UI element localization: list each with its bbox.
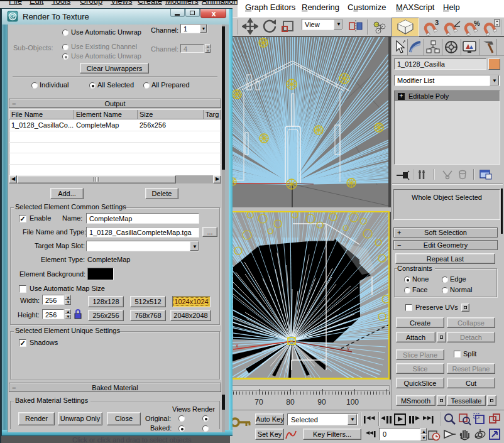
svg-text:3: 3 (435, 19, 439, 26)
svg-text:%: % (474, 19, 480, 27)
svg-text:x: x (236, 342, 239, 349)
svg-text:y: y (347, 345, 350, 351)
